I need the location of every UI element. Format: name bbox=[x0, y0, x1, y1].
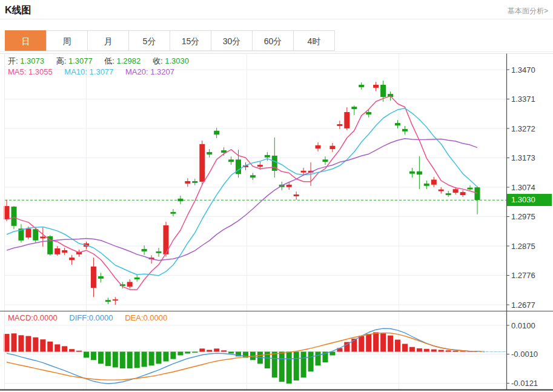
close-value: 1.3030 bbox=[165, 56, 189, 65]
svg-text:1.3173: 1.3173 bbox=[511, 153, 535, 162]
tab-30min[interactable]: 30分 bbox=[211, 30, 253, 51]
ohlc-legend: 开: 1.3073 高: 1.3077 低: 1.2982 收: 1.3030 bbox=[8, 56, 199, 67]
tab-4hour[interactable]: 4时 bbox=[293, 30, 335, 51]
macd-legend: MACD:0.0000 DIFF:0.0000 DEA:0.0000 bbox=[8, 313, 177, 322]
svg-text:-0.0121: -0.0121 bbox=[511, 379, 538, 388]
svg-text:1.3074: 1.3074 bbox=[511, 183, 535, 192]
fundamental-analysis-link[interactable]: 基本面分析> bbox=[508, 6, 548, 16]
tab-60min[interactable]: 60分 bbox=[252, 30, 294, 51]
candles-layer bbox=[4, 81, 480, 305]
svg-text:1.3470: 1.3470 bbox=[511, 65, 535, 75]
ma-legend: MA5: 1.3055 MA10: 1.3077 MA20: 1.3207 bbox=[8, 67, 184, 76]
macd-axis-labels: 0.0100-0.0010-0.0121 bbox=[506, 321, 538, 388]
last-price-badge: 1.3030 bbox=[507, 194, 552, 206]
open-label: 开: bbox=[8, 56, 18, 65]
title-divider bbox=[0, 19, 553, 19]
diff-label: DIFF: bbox=[69, 313, 89, 322]
svg-text:1.2677: 1.2677 bbox=[511, 301, 535, 310]
ma5-label: MA5: bbox=[8, 67, 26, 76]
kline-macd-chart[interactable]: 1.34701.33711.32721.31731.30741.29751.28… bbox=[0, 53, 553, 392]
tab-5min[interactable]: 5分 bbox=[128, 30, 170, 51]
tabbar-underline bbox=[0, 51, 553, 52]
dea-value: 0.0000 bbox=[144, 313, 168, 322]
ma20-value: 1.3207 bbox=[150, 67, 174, 76]
diff-value: 0.0000 bbox=[89, 313, 113, 322]
ma10-label: MA10: bbox=[64, 67, 87, 76]
tab-month[interactable]: 月 bbox=[87, 30, 129, 51]
tab-day[interactable]: 日 bbox=[5, 30, 47, 51]
dea-label: DEA: bbox=[125, 313, 143, 322]
ma10-value: 1.3077 bbox=[90, 67, 114, 76]
open-value: 1.3073 bbox=[20, 56, 44, 65]
close-label: 收: bbox=[153, 56, 163, 65]
ma20-label: MA20: bbox=[125, 67, 148, 76]
svg-text:1.3371: 1.3371 bbox=[511, 95, 535, 104]
tab-week[interactable]: 周 bbox=[46, 30, 88, 51]
page-title: K线图 bbox=[5, 4, 31, 17]
macd-histogram-layer bbox=[4, 333, 480, 384]
svg-text:1.3272: 1.3272 bbox=[511, 124, 535, 133]
price-axis-labels: 1.34701.33711.32721.31731.30741.29751.28… bbox=[506, 65, 535, 310]
svg-text:-0.0010: -0.0010 bbox=[511, 350, 538, 359]
high-label: 高: bbox=[56, 56, 67, 65]
low-value: 1.2982 bbox=[117, 56, 141, 65]
macd-value: 0.0000 bbox=[33, 313, 58, 322]
svg-text:1.2975: 1.2975 bbox=[511, 212, 535, 221]
period-tabbar: 日 周 月 5分 15分 30分 60分 4时 bbox=[5, 30, 335, 51]
svg-text:1.2776: 1.2776 bbox=[511, 271, 535, 280]
macd-label: MACD: bbox=[8, 313, 33, 322]
tab-15min[interactable]: 15分 bbox=[170, 30, 211, 51]
kline-page: K线图 基本面分析> 日 周 月 5分 15分 30分 60分 4时 1.347… bbox=[0, 0, 553, 392]
svg-text:0.0100: 0.0100 bbox=[511, 321, 535, 330]
high-value: 1.3077 bbox=[68, 56, 93, 65]
ma5-value: 1.3055 bbox=[28, 67, 53, 76]
low-label: 低: bbox=[104, 56, 114, 65]
svg-text:1.2875: 1.2875 bbox=[511, 242, 535, 251]
